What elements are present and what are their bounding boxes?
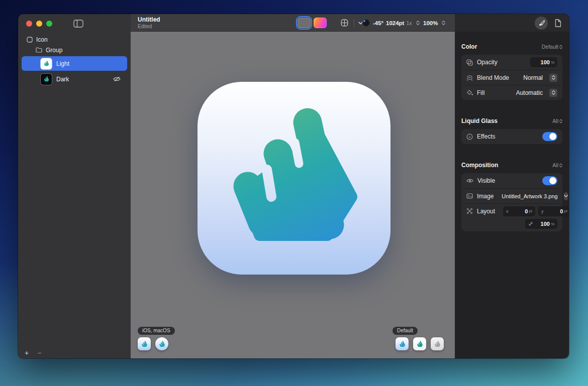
composition-card: Visible Image Untitled_Artwork 3.png (461, 173, 562, 231)
canvas[interactable]: iOS, macOS Default (131, 32, 455, 358)
scale-arrow-icon (528, 221, 533, 226)
sidebar-toggle-icon[interactable] (73, 20, 83, 28)
sidebar-item-dark[interactable]: Dark (22, 72, 127, 86)
canvas-pane: Untitled Edited -4 (131, 14, 455, 358)
effects-icon: fx (466, 134, 473, 140)
remove-layer-button[interactable]: − (37, 349, 41, 357)
inspector-panel: Color Default Opacity 100 % (455, 14, 569, 358)
background-swatches (298, 14, 327, 32)
sidebar-item-label: Icon (36, 36, 48, 43)
folder-icon (36, 47, 42, 53)
canvas-size-value: 1024pt (386, 20, 404, 26)
hand-logo-icon (43, 60, 50, 67)
window-title: Untitled (138, 16, 160, 23)
image-picker-button[interactable] (564, 192, 568, 200)
layout-label: Layout (477, 208, 495, 215)
document-info-button[interactable] (554, 19, 561, 27)
fill-stepper[interactable] (549, 89, 557, 97)
add-layer-button[interactable]: + (25, 349, 29, 357)
scope-value: All (552, 162, 558, 168)
light-thumbnail (41, 58, 52, 69)
composition-scope-selector[interactable]: All (552, 162, 562, 168)
default-appearance-preview[interactable] (396, 337, 409, 350)
zoom-button[interactable] (46, 21, 52, 27)
effects-toggle[interactable] (542, 132, 557, 141)
desktop: { "window": { "title": "Untitled", "stat… (0, 0, 588, 386)
layout-icon (466, 208, 473, 214)
liquid-glass-scope-selector[interactable]: All (552, 118, 562, 124)
sidebar-item-label: Light (56, 60, 69, 67)
layout-x-field[interactable]: x 0 pt (503, 206, 535, 216)
inspector-sections: Color Default Opacity 100 % (455, 32, 569, 358)
opacity-value: 100 (541, 59, 550, 65)
appearance-brush-button[interactable] (535, 17, 548, 30)
platform-previews (138, 337, 168, 350)
blend-mode-stepper[interactable] (549, 74, 557, 82)
stepper-icon[interactable] (416, 20, 420, 26)
mono-appearance-preview[interactable] (431, 337, 444, 350)
zoom-control[interactable]: 100% (423, 14, 445, 32)
y-unit: pt (564, 209, 567, 213)
x-unit: pt (529, 209, 532, 213)
liquid-glass-card: fx Effects (461, 129, 562, 144)
x-value: 0 (525, 208, 528, 214)
sidebar-item-group[interactable]: Group (18, 45, 131, 55)
effects-row: fx Effects (462, 129, 561, 144)
macos-preview[interactable] (155, 337, 168, 350)
canvas-size-control[interactable]: 1024pt 1x (386, 14, 420, 32)
effects-label: Effects (477, 133, 495, 140)
app-window: Icon Group Light Dark (18, 14, 569, 358)
zoom-value: 100% (423, 20, 438, 26)
platform-chip: iOS, macOS (138, 327, 175, 335)
sidebar-item-icon[interactable]: Icon (18, 34, 131, 45)
x-label: x (506, 209, 509, 214)
stepper-icon (559, 119, 562, 123)
stepper-icon[interactable] (442, 20, 445, 26)
blend-mode-icon (466, 74, 473, 81)
paintbrush-icon (538, 20, 545, 26)
opacity-unit: % (551, 60, 554, 65)
color-section-title: Color (461, 43, 477, 50)
sidebar-footer: + − (25, 349, 41, 357)
layer-tree: Icon Group Light Dark (18, 34, 131, 87)
visibility-off-icon[interactable] (113, 76, 121, 82)
close-button[interactable] (26, 21, 32, 27)
visible-row: Visible (462, 173, 561, 188)
scope-value: All (552, 118, 558, 124)
scope-value: Default (542, 44, 558, 50)
light-angle-dial[interactable] (362, 19, 370, 27)
minimize-button[interactable] (36, 21, 42, 27)
y-label: y (541, 209, 544, 214)
visible-toggle[interactable] (542, 176, 557, 185)
hand-logo-icon (43, 75, 50, 83)
layout-scale-field[interactable]: 100 % (525, 219, 557, 229)
traffic-lights (26, 21, 52, 27)
appearance-chip: Default (393, 327, 418, 335)
layout-scale-row: 100 % (462, 218, 561, 231)
light-angle-control[interactable]: -45° (362, 14, 383, 32)
layout-y-field[interactable]: y 0 pt (538, 206, 569, 216)
dark-thumbnail (41, 74, 52, 85)
sidebar: Icon Group Light Dark (18, 14, 131, 358)
sidebar-item-label: Group (46, 47, 62, 54)
blend-mode-value: Normal (523, 74, 543, 81)
color-scope-selector[interactable]: Default (542, 44, 562, 50)
sidebar-item-light[interactable]: Light (22, 56, 127, 71)
opacity-icon (466, 59, 473, 66)
icon-shape-icon (27, 37, 33, 43)
dark-appearance-preview[interactable] (413, 337, 426, 350)
y-value: 0 (560, 208, 563, 214)
grid-overlay-button[interactable] (339, 18, 350, 29)
title-bar: Untitled Edited -4 (131, 14, 455, 32)
opacity-field[interactable]: 100 % (530, 57, 557, 67)
composition-section-title: Composition (461, 162, 498, 169)
gradient-background-swatch[interactable] (314, 18, 327, 28)
edited-status: Edited (138, 24, 160, 29)
app-icon-preview[interactable] (196, 80, 392, 276)
inspector-toolbar (455, 14, 569, 32)
document-icon (554, 19, 561, 27)
svg-text:fx: fx (468, 135, 471, 138)
ios-preview[interactable] (138, 337, 151, 350)
image-filename: Untitled_Artwork 3.png (502, 193, 557, 199)
solid-background-swatch[interactable] (298, 18, 311, 28)
